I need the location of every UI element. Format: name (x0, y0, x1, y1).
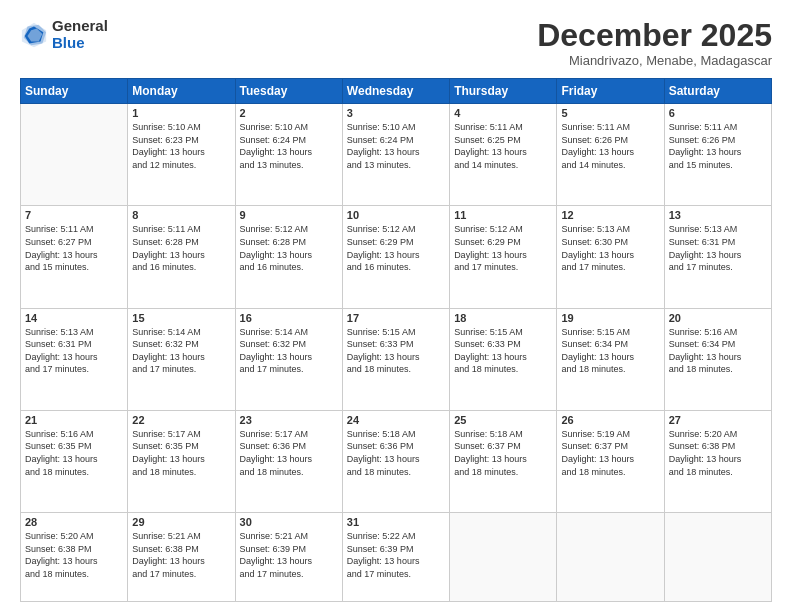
day-info: Sunrise: 5:19 AM Sunset: 6:37 PM Dayligh… (561, 428, 659, 478)
col-tuesday: Tuesday (235, 79, 342, 104)
day-number: 28 (25, 516, 123, 528)
month-title: December 2025 (537, 18, 772, 53)
table-row: 17Sunrise: 5:15 AM Sunset: 6:33 PM Dayli… (342, 308, 449, 410)
table-row: 3Sunrise: 5:10 AM Sunset: 6:24 PM Daylig… (342, 104, 449, 206)
table-row: 5Sunrise: 5:11 AM Sunset: 6:26 PM Daylig… (557, 104, 664, 206)
day-info: Sunrise: 5:16 AM Sunset: 6:34 PM Dayligh… (669, 326, 767, 376)
day-info: Sunrise: 5:15 AM Sunset: 6:33 PM Dayligh… (347, 326, 445, 376)
table-row: 24Sunrise: 5:18 AM Sunset: 6:36 PM Dayli… (342, 410, 449, 512)
logo-text: General Blue (52, 18, 108, 51)
table-row: 6Sunrise: 5:11 AM Sunset: 6:26 PM Daylig… (664, 104, 771, 206)
day-info: Sunrise: 5:22 AM Sunset: 6:39 PM Dayligh… (347, 530, 445, 580)
day-number: 12 (561, 209, 659, 221)
header: General Blue December 2025 Miandrivazo, … (20, 18, 772, 68)
calendar-header-row: Sunday Monday Tuesday Wednesday Thursday… (21, 79, 772, 104)
day-number: 6 (669, 107, 767, 119)
table-row: 18Sunrise: 5:15 AM Sunset: 6:33 PM Dayli… (450, 308, 557, 410)
table-row: 27Sunrise: 5:20 AM Sunset: 6:38 PM Dayli… (664, 410, 771, 512)
day-info: Sunrise: 5:12 AM Sunset: 6:29 PM Dayligh… (454, 223, 552, 273)
day-number: 13 (669, 209, 767, 221)
day-info: Sunrise: 5:18 AM Sunset: 6:36 PM Dayligh… (347, 428, 445, 478)
table-row (450, 513, 557, 602)
day-info: Sunrise: 5:14 AM Sunset: 6:32 PM Dayligh… (132, 326, 230, 376)
table-row: 19Sunrise: 5:15 AM Sunset: 6:34 PM Dayli… (557, 308, 664, 410)
col-wednesday: Wednesday (342, 79, 449, 104)
table-row: 30Sunrise: 5:21 AM Sunset: 6:39 PM Dayli… (235, 513, 342, 602)
day-info: Sunrise: 5:15 AM Sunset: 6:33 PM Dayligh… (454, 326, 552, 376)
table-row: 10Sunrise: 5:12 AM Sunset: 6:29 PM Dayli… (342, 206, 449, 308)
day-number: 15 (132, 312, 230, 324)
day-info: Sunrise: 5:13 AM Sunset: 6:31 PM Dayligh… (669, 223, 767, 273)
day-info: Sunrise: 5:20 AM Sunset: 6:38 PM Dayligh… (25, 530, 123, 580)
day-number: 10 (347, 209, 445, 221)
day-info: Sunrise: 5:10 AM Sunset: 6:24 PM Dayligh… (240, 121, 338, 171)
day-number: 24 (347, 414, 445, 426)
day-info: Sunrise: 5:16 AM Sunset: 6:35 PM Dayligh… (25, 428, 123, 478)
day-info: Sunrise: 5:13 AM Sunset: 6:30 PM Dayligh… (561, 223, 659, 273)
table-row: 11Sunrise: 5:12 AM Sunset: 6:29 PM Dayli… (450, 206, 557, 308)
table-row: 13Sunrise: 5:13 AM Sunset: 6:31 PM Dayli… (664, 206, 771, 308)
table-row (557, 513, 664, 602)
day-number: 17 (347, 312, 445, 324)
table-row: 23Sunrise: 5:17 AM Sunset: 6:36 PM Dayli… (235, 410, 342, 512)
table-row: 2Sunrise: 5:10 AM Sunset: 6:24 PM Daylig… (235, 104, 342, 206)
day-number: 22 (132, 414, 230, 426)
day-number: 31 (347, 516, 445, 528)
table-row: 8Sunrise: 5:11 AM Sunset: 6:28 PM Daylig… (128, 206, 235, 308)
day-number: 11 (454, 209, 552, 221)
calendar-page: General Blue December 2025 Miandrivazo, … (0, 0, 792, 612)
day-number: 3 (347, 107, 445, 119)
table-row (664, 513, 771, 602)
day-info: Sunrise: 5:12 AM Sunset: 6:28 PM Dayligh… (240, 223, 338, 273)
table-row: 21Sunrise: 5:16 AM Sunset: 6:35 PM Dayli… (21, 410, 128, 512)
table-row: 29Sunrise: 5:21 AM Sunset: 6:38 PM Dayli… (128, 513, 235, 602)
col-friday: Friday (557, 79, 664, 104)
day-number: 4 (454, 107, 552, 119)
logo: General Blue (20, 18, 108, 51)
table-row: 4Sunrise: 5:11 AM Sunset: 6:25 PM Daylig… (450, 104, 557, 206)
table-row: 14Sunrise: 5:13 AM Sunset: 6:31 PM Dayli… (21, 308, 128, 410)
day-number: 16 (240, 312, 338, 324)
day-info: Sunrise: 5:18 AM Sunset: 6:37 PM Dayligh… (454, 428, 552, 478)
day-number: 21 (25, 414, 123, 426)
logo-icon (20, 21, 48, 49)
col-thursday: Thursday (450, 79, 557, 104)
day-info: Sunrise: 5:11 AM Sunset: 6:26 PM Dayligh… (669, 121, 767, 171)
day-info: Sunrise: 5:11 AM Sunset: 6:28 PM Dayligh… (132, 223, 230, 273)
day-number: 7 (25, 209, 123, 221)
day-info: Sunrise: 5:10 AM Sunset: 6:23 PM Dayligh… (132, 121, 230, 171)
day-info: Sunrise: 5:20 AM Sunset: 6:38 PM Dayligh… (669, 428, 767, 478)
day-number: 14 (25, 312, 123, 324)
table-row: 16Sunrise: 5:14 AM Sunset: 6:32 PM Dayli… (235, 308, 342, 410)
day-info: Sunrise: 5:11 AM Sunset: 6:26 PM Dayligh… (561, 121, 659, 171)
day-info: Sunrise: 5:10 AM Sunset: 6:24 PM Dayligh… (347, 121, 445, 171)
day-info: Sunrise: 5:17 AM Sunset: 6:36 PM Dayligh… (240, 428, 338, 478)
table-row: 26Sunrise: 5:19 AM Sunset: 6:37 PM Dayli… (557, 410, 664, 512)
day-number: 23 (240, 414, 338, 426)
table-row: 7Sunrise: 5:11 AM Sunset: 6:27 PM Daylig… (21, 206, 128, 308)
col-sunday: Sunday (21, 79, 128, 104)
table-row: 15Sunrise: 5:14 AM Sunset: 6:32 PM Dayli… (128, 308, 235, 410)
day-number: 8 (132, 209, 230, 221)
day-number: 1 (132, 107, 230, 119)
day-number: 26 (561, 414, 659, 426)
day-info: Sunrise: 5:15 AM Sunset: 6:34 PM Dayligh… (561, 326, 659, 376)
logo-general: General (52, 18, 108, 35)
day-number: 25 (454, 414, 552, 426)
day-number: 5 (561, 107, 659, 119)
day-number: 27 (669, 414, 767, 426)
day-info: Sunrise: 5:13 AM Sunset: 6:31 PM Dayligh… (25, 326, 123, 376)
day-number: 20 (669, 312, 767, 324)
day-info: Sunrise: 5:21 AM Sunset: 6:39 PM Dayligh… (240, 530, 338, 580)
day-number: 29 (132, 516, 230, 528)
calendar-table: Sunday Monday Tuesday Wednesday Thursday… (20, 78, 772, 602)
table-row: 1Sunrise: 5:10 AM Sunset: 6:23 PM Daylig… (128, 104, 235, 206)
day-info: Sunrise: 5:21 AM Sunset: 6:38 PM Dayligh… (132, 530, 230, 580)
day-info: Sunrise: 5:14 AM Sunset: 6:32 PM Dayligh… (240, 326, 338, 376)
table-row: 12Sunrise: 5:13 AM Sunset: 6:30 PM Dayli… (557, 206, 664, 308)
day-number: 2 (240, 107, 338, 119)
col-monday: Monday (128, 79, 235, 104)
location-subtitle: Miandrivazo, Menabe, Madagascar (537, 53, 772, 68)
day-info: Sunrise: 5:11 AM Sunset: 6:25 PM Dayligh… (454, 121, 552, 171)
table-row: 9Sunrise: 5:12 AM Sunset: 6:28 PM Daylig… (235, 206, 342, 308)
